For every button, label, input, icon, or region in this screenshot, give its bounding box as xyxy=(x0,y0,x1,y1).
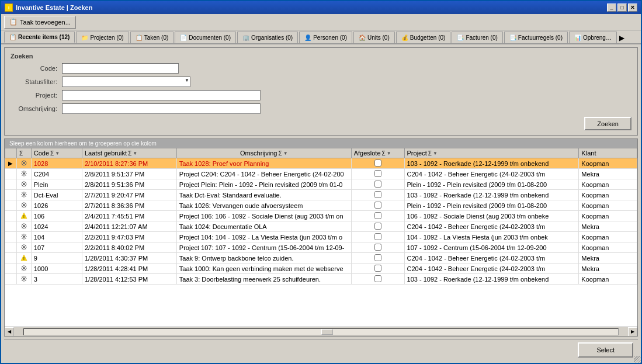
tab-units[interactable]: 🏠 Units (0) xyxy=(353,32,395,43)
row-afgeslote-checkbox[interactable] xyxy=(374,233,381,240)
table-row[interactable]: 1042/2/2011 9:47:03 PMProject 104: 104 -… xyxy=(5,232,637,242)
row-afgeslote-checkbox[interactable] xyxy=(374,202,381,209)
row-afgeslote-checkbox[interactable] xyxy=(374,254,381,261)
row-last-used: 2/7/2011 9:20:47 PM xyxy=(82,190,176,200)
th-klant[interactable]: Klant xyxy=(579,148,637,158)
row-project: C204 - 1042 - Beheer Energetic (24-02-20… xyxy=(404,253,579,264)
tab-facturen[interactable]: 📑 Facturen (0) xyxy=(452,32,502,43)
gear-icon xyxy=(20,201,28,209)
search-button[interactable]: Zoeken xyxy=(584,117,631,130)
sort-icon-omsch: ▼ xyxy=(283,151,288,156)
gear-icon xyxy=(20,264,28,272)
group-hint: Sleep een kolom hierheen om te groeperen… xyxy=(5,139,637,148)
omschrijving-input[interactable] xyxy=(62,103,261,114)
scrollbar-thumb[interactable] xyxy=(321,329,333,335)
table-row[interactable]: ▶10282/10/2011 8:27:36 PMTaak 1028: Proe… xyxy=(5,158,637,169)
search-btn-row: Zoeken xyxy=(11,117,631,130)
row-code: 106 xyxy=(31,211,82,221)
tab-personen[interactable]: 👤 Personen (0) xyxy=(299,32,352,43)
row-last-used: 1/28/2011 4:28:41 PM xyxy=(82,264,176,274)
th-project[interactable]: Project Σ ▼ xyxy=(404,148,579,158)
table-row[interactable]: !1062/4/2011 7:45:51 PMProject 106: 106 … xyxy=(5,211,637,221)
row-klant: Mekra xyxy=(579,221,637,232)
search-panel: Zoeken Code: Statusfilter: Project: Omsc… xyxy=(4,47,638,136)
close-button[interactable]: ✕ xyxy=(628,4,637,12)
row-omschrijving: Taak 9: Ontwerp backbone telco zuiden. xyxy=(176,253,351,264)
row-afgeslote-checkbox[interactable] xyxy=(374,212,381,219)
tab-opbreng-label: Opbreng… xyxy=(583,34,612,41)
th-indicator xyxy=(5,148,17,158)
tab-documenten[interactable]: 📄 Documenten (0) xyxy=(175,32,236,43)
row-indicator: ▶ xyxy=(5,158,17,169)
project-input[interactable] xyxy=(62,90,261,100)
row-indicator xyxy=(5,221,17,232)
svg-point-12 xyxy=(23,267,25,269)
tab-factuurregels[interactable]: 📑 Factuurregels (0) xyxy=(504,32,568,43)
th-code[interactable]: Code Σ ▼ xyxy=(31,148,82,158)
row-type-icon xyxy=(16,221,31,232)
tab-projects[interactable]: 📁 Projecten (0) xyxy=(76,32,129,43)
table-row[interactable]: Plein2/8/2011 9:51:36 PMProject Plein: P… xyxy=(5,179,637,190)
main-content: Zoeken Code: Statusfilter: Project: Omsc… xyxy=(1,44,641,363)
table-row[interactable]: Dct-Eval2/7/2011 9:20:47 PMTaak Dct-Eval… xyxy=(5,190,637,200)
maximize-button[interactable]: □ xyxy=(617,4,627,12)
add-task-button[interactable]: 📋 Taak toevoegen... xyxy=(4,16,76,29)
tab-organisaties[interactable]: 🏢 Organisaties (0) xyxy=(237,32,298,43)
th-omschrijving[interactable]: Omschrijving Σ ▼ xyxy=(176,148,351,158)
row-afgeslote-checkbox[interactable] xyxy=(374,275,381,282)
resize-grip[interactable] xyxy=(634,356,641,363)
row-project: C204 - 1042 - Beheer Energetic (24-02-20… xyxy=(404,169,579,179)
scroll-right-button[interactable]: ▶ xyxy=(628,327,637,337)
tab-recent-items[interactable]: 📋 Recente items (12) xyxy=(4,32,75,43)
row-klant: Koopman xyxy=(579,232,637,242)
tab-budgetten-icon: 💰 xyxy=(401,34,408,41)
window-title: Invantive Estate | Zoeken xyxy=(16,4,92,11)
tab-scroll-right[interactable]: ▶ xyxy=(618,33,626,43)
row-afgeslote-checkbox[interactable] xyxy=(374,181,381,188)
row-afgeslote-checkbox[interactable] xyxy=(374,265,381,272)
tab-taken[interactable]: 📋 Taken (0) xyxy=(130,32,174,43)
sort-icon-code: ▼ xyxy=(55,151,60,156)
row-afgeslote-checkbox[interactable] xyxy=(374,191,381,198)
row-type-icon: ! xyxy=(16,253,31,264)
gear-icon xyxy=(20,169,28,178)
table-wrapper[interactable]: Σ Code Σ ▼ Laatst xyxy=(5,148,637,327)
table-row[interactable]: C2042/8/2011 9:51:37 PMProject C204: C20… xyxy=(5,169,637,179)
table-row[interactable]: !91/28/2011 4:30:37 PMTaak 9: Ontwerp ba… xyxy=(5,253,637,264)
minimize-button[interactable]: _ xyxy=(607,4,616,12)
tab-projects-icon: 📁 xyxy=(81,34,88,41)
row-afgeslote xyxy=(351,158,404,169)
tab-recent-icon: 📋 xyxy=(9,34,16,40)
th-afgeslote[interactable]: Afgeslote Σ ▼ xyxy=(351,148,404,158)
table-row[interactable]: 10001/28/2011 4:28:41 PMTaak 1000: Kan g… xyxy=(5,264,637,274)
code-input[interactable] xyxy=(62,63,179,74)
row-indicator xyxy=(5,242,17,253)
table-row[interactable]: 31/28/2011 4:12:53 PMTaak 3: Doorbelasti… xyxy=(5,274,637,285)
row-code: Plein xyxy=(31,179,82,190)
row-afgeslote xyxy=(351,242,404,253)
th-last-used[interactable]: Laatst gebruikt Σ ▼ xyxy=(82,148,176,158)
tab-opbreng[interactable]: 📊 Opbreng… xyxy=(569,32,617,43)
row-klant: Koopman xyxy=(579,158,637,169)
sigma-icon-omsch: Σ xyxy=(278,150,282,157)
row-afgeslote-checkbox[interactable] xyxy=(374,160,381,167)
statusfilter-select[interactable] xyxy=(62,77,190,87)
row-afgeslote-checkbox[interactable] xyxy=(374,223,381,230)
table-row[interactable]: 10242/4/2011 12:21:07 AMTaak 1024: Docum… xyxy=(5,221,637,232)
scrollbar-row: ◀ ▶ xyxy=(5,327,637,336)
row-type-icon xyxy=(16,232,31,242)
row-project: 107 - 1092 - Centrum (15-06-2004 t/m 12-… xyxy=(404,242,579,253)
row-code: 1024 xyxy=(31,221,82,232)
row-type-icon xyxy=(16,200,31,211)
table-row[interactable]: 10262/7/2011 8:36:36 PMTaak 1026: Vervan… xyxy=(5,200,637,211)
scroll-left-button[interactable]: ◀ xyxy=(5,327,14,337)
row-klant: Mekra xyxy=(579,169,637,179)
tab-budgetten[interactable]: 💰 Budgetten (0) xyxy=(396,32,451,43)
table-row[interactable]: 1072/2/2011 8:40:02 PMProject 107: 107 -… xyxy=(5,242,637,253)
row-afgeslote-checkbox[interactable] xyxy=(374,244,381,251)
row-afgeslote-checkbox[interactable] xyxy=(374,170,381,177)
svg-point-9 xyxy=(23,246,25,248)
select-button[interactable]: Select xyxy=(578,342,633,358)
row-project: 103 - 1092 - Roerkade (12-12-1999 t/m on… xyxy=(404,274,579,285)
row-indicator xyxy=(5,264,17,274)
